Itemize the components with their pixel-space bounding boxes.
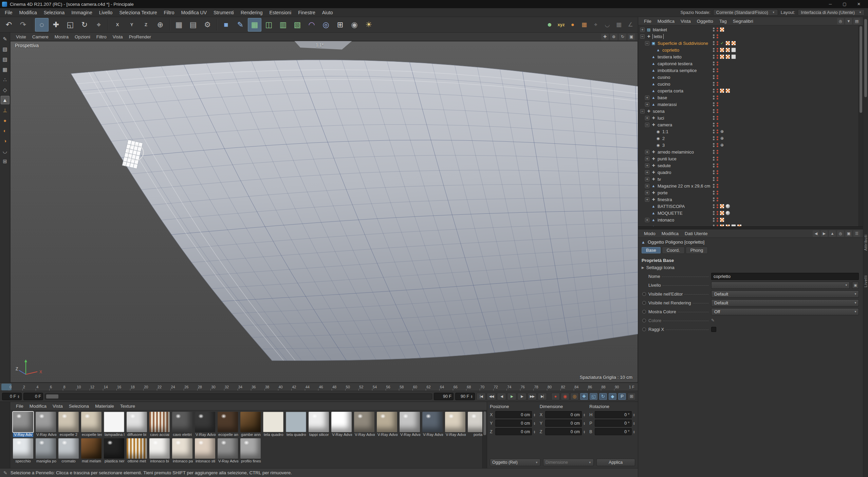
ruler-tick-58[interactable]: 58: [399, 383, 412, 391]
ruler-tick-20[interactable]: 20: [143, 383, 157, 391]
om-menu-vista[interactable]: Vista: [678, 19, 694, 24]
am-tab-coord[interactable]: Coord.: [662, 247, 685, 254]
checker-tag-icon[interactable]: [720, 211, 724, 215]
lock-x-axis-button[interactable]: X: [111, 18, 124, 32]
coord-value-input[interactable]: 0 cm: [545, 428, 582, 435]
object-row-materassi[interactable]: +▲materassi: [638, 101, 858, 108]
expand-toggle[interactable]: +: [645, 184, 649, 188]
enabled-check-icon[interactable]: ✓: [720, 41, 724, 46]
render-dots[interactable]: [716, 95, 719, 100]
object-row-tv[interactable]: +✚tv: [638, 176, 858, 182]
ruler-tick-62[interactable]: 62: [426, 383, 439, 391]
side-tab-livelli[interactable]: Livelli: [864, 275, 868, 287]
object-row-base[interactable]: +▲base: [638, 94, 858, 101]
render-dots[interactable]: [716, 204, 719, 208]
ruler-tick-4[interactable]: 4: [36, 383, 49, 391]
material-ball-icon[interactable]: ●: [567, 19, 578, 31]
material-specchio[interactable]: specchio: [12, 438, 34, 464]
visibility-dots[interactable]: [712, 102, 715, 106]
checker-tag-icon[interactable]: [725, 41, 730, 46]
render-dots[interactable]: [716, 89, 719, 93]
scale-button[interactable]: ◱: [63, 18, 77, 32]
ruler-tick-10[interactable]: 10: [76, 383, 90, 391]
object-row-luci[interactable]: +✚luci: [638, 114, 858, 121]
materials-menu-vista[interactable]: Vista: [50, 404, 66, 409]
object-row-finestra[interactable]: +✚finestra: [638, 196, 858, 203]
object-row-capitonn-testiera[interactable]: +▲capitonné testiera: [638, 60, 858, 67]
material-tappi-silicor[interactable]: tappi silicor: [308, 412, 330, 437]
checker-tag-icon[interactable]: [725, 48, 730, 52]
checker-tag-icon[interactable]: [720, 204, 724, 209]
layout-select[interactable]: Interfaccia di Avvio (Utente) ▼: [798, 9, 865, 16]
symmetry-button[interactable]: ▥: [276, 18, 290, 32]
object-row-punti-luce[interactable]: +✚punti luce: [638, 155, 858, 162]
menu-finestre[interactable]: Finestre: [295, 8, 319, 17]
slider-thumb[interactable]: [46, 394, 58, 399]
material-cavo-elettri[interactable]: cavo elettri: [171, 412, 193, 437]
expand-toggle[interactable]: +: [645, 191, 649, 195]
am-tab-phong[interactable]: Phong: [686, 247, 708, 254]
filter-icon[interactable]: ▼: [845, 18, 852, 24]
visibility-dots[interactable]: [712, 184, 715, 188]
timeline-ruler[interactable]: 0246810121416182022242628303234363840424…: [0, 383, 638, 391]
materials-menu-file[interactable]: File: [13, 404, 26, 409]
menu-seleziona[interactable]: Seleziona: [40, 8, 68, 17]
om-menu-segnalibri[interactable]: Segnalibri: [730, 19, 756, 24]
material-maniglia-po[interactable]: maniglia po: [35, 438, 57, 464]
ruler-tick-38[interactable]: 38: [264, 383, 278, 391]
visibility-dots[interactable]: [712, 170, 715, 174]
search-icon[interactable]: ◎: [837, 18, 844, 24]
checker-tag-icon[interactable]: [725, 88, 730, 93]
ruler-tick-90[interactable]: 90: [614, 383, 628, 391]
range-end-field[interactable]: 90 F▲▼: [455, 393, 475, 400]
render-settings-button[interactable]: ⚙: [201, 18, 214, 32]
expand-toggle[interactable]: +: [645, 95, 649, 100]
ruler-tick-12[interactable]: 12: [90, 383, 103, 391]
menu-strumenti[interactable]: Strumenti: [210, 8, 237, 17]
expand-toggle[interactable]: −: [645, 123, 649, 127]
ruler-tick-6[interactable]: 6: [49, 383, 63, 391]
ruler-tick-40[interactable]: 40: [278, 383, 292, 391]
record-point-level-toggle[interactable]: P: [618, 393, 626, 400]
animation-dot[interactable]: [642, 328, 646, 331]
ruler-tick-8[interactable]: 8: [63, 383, 76, 391]
checker-tag-icon[interactable]: [720, 48, 724, 52]
camera-button[interactable]: ◉: [348, 18, 361, 32]
instance-button[interactable]: ◫: [262, 18, 276, 32]
render-dots[interactable]: [716, 143, 719, 147]
phong-tag-icon[interactable]: [725, 211, 730, 215]
materials-menu-texture[interactable]: Texture: [117, 404, 138, 409]
spinner[interactable]: ▲▼: [583, 413, 585, 417]
expand-toggle[interactable]: +: [645, 197, 649, 202]
expand-toggle[interactable]: +: [645, 116, 649, 120]
animation-dot[interactable]: [642, 301, 646, 305]
xyz-space-icon[interactable]: xyz: [556, 19, 567, 31]
visibility-dots[interactable]: [712, 109, 715, 113]
ruler-tick-52[interactable]: 52: [358, 383, 372, 391]
object-row-cusino[interactable]: +▲cusino: [638, 74, 858, 81]
object-row-1-1[interactable]: +◉1:1⊕: [638, 128, 858, 135]
viewport-menu-camere[interactable]: Camere: [29, 34, 52, 39]
materials-menu-materiale[interactable]: Materiale: [92, 404, 117, 409]
material-v-ray-adva[interactable]: V-Ray Adva: [444, 412, 466, 437]
checker-tag-icon[interactable]: [720, 54, 724, 59]
previous-frame-button[interactable]: ◀: [497, 393, 506, 400]
volume-button[interactable]: ▧: [291, 18, 304, 32]
render-dots[interactable]: [716, 129, 719, 134]
model-mode-button[interactable]: ▧: [1, 45, 10, 53]
polygons-mode-button[interactable]: ▲: [1, 96, 10, 104]
quantize-button[interactable]: ⊞: [1, 157, 10, 165]
menu-aiuto[interactable]: Aiuto: [319, 8, 336, 17]
material-intonaco-bi[interactable]: intonaco bi: [149, 438, 170, 464]
om-menu-oggetto[interactable]: Oggetto: [694, 19, 716, 24]
object-row-superficie-di-suddivisione[interactable]: −▣Superficie di Suddivisione✓: [638, 40, 858, 47]
object-row-sedute[interactable]: +✚sedute: [638, 162, 858, 169]
ruler-tick-68[interactable]: 68: [466, 383, 480, 391]
ruler-tick-56[interactable]: 56: [386, 383, 399, 391]
ruler-tick-72[interactable]: 72: [493, 383, 507, 391]
ruler-tick-14[interactable]: 14: [103, 383, 116, 391]
ruler-tick-44[interactable]: 44: [305, 383, 318, 391]
material-v-ray-adva[interactable]: V-Ray Adva: [331, 412, 352, 437]
plugin-icon[interactable]: ▦: [579, 19, 590, 31]
material-v-ray-adva[interactable]: V-Ray Adva: [399, 412, 421, 437]
